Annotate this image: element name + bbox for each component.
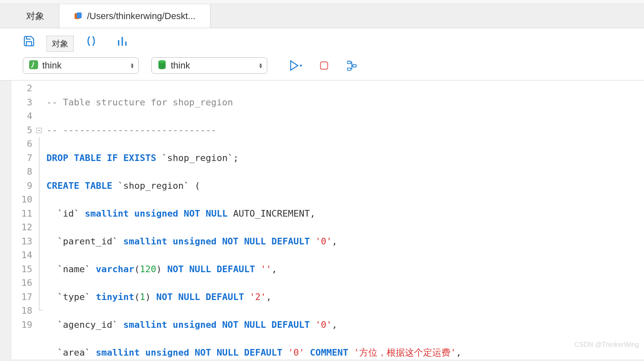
database-combo[interactable]: think ▴▾	[151, 57, 267, 74]
svg-rect-12	[348, 68, 351, 71]
tab-label: /Users/thinkerwing/Deskt...	[87, 11, 196, 22]
chevron-updown-icon: ▴▾	[131, 63, 133, 68]
explain-icon[interactable]	[346, 59, 358, 72]
menu-bar	[0, 0, 644, 4]
file-icon	[74, 12, 83, 21]
database-text: think	[171, 60, 256, 71]
watermark: CSDN @ThinkerWing	[574, 341, 639, 349]
selector-bar: think ▴▾ think ▴▾ ▾	[0, 54, 644, 80]
tab-label: 对象	[26, 10, 44, 22]
run-icon[interactable]: ▾	[288, 59, 302, 72]
svg-point-7	[158, 60, 165, 63]
save-icon[interactable]	[23, 35, 35, 47]
parens-icon[interactable]	[85, 35, 97, 47]
svg-rect-1	[77, 12, 82, 18]
chevron-updown-icon: ▴▾	[259, 63, 262, 68]
line-gutter: 2345678910111213141516171819	[12, 80, 36, 359]
tab-bar: 对象 /Users/thinkerwing/Deskt...	[0, 4, 644, 28]
connection-text: think	[42, 60, 128, 71]
fold-toggle-icon[interactable]: −	[36, 128, 42, 133]
tooltip: 对象	[46, 36, 74, 52]
code-content[interactable]: -- Table structure for shop_region -- --…	[45, 80, 644, 359]
stop-icon[interactable]	[319, 59, 329, 72]
svg-rect-11	[353, 65, 356, 67]
database-icon	[157, 59, 167, 72]
connection-combo[interactable]: think ▴▾	[23, 57, 139, 74]
svg-rect-9	[320, 62, 327, 69]
tab-file[interactable]: /Users/thinkerwing/Deskt...	[59, 4, 211, 28]
svg-marker-8	[291, 61, 298, 71]
svg-rect-10	[348, 61, 351, 64]
fold-column: −	[36, 80, 45, 359]
code-editor[interactable]: 2345678910111213141516171819 − -- Table …	[12, 80, 644, 359]
tab-objects[interactable]: 对象	[12, 4, 59, 28]
toolbar: 对象	[0, 28, 644, 54]
chart-icon[interactable]	[116, 35, 128, 47]
connection-icon	[28, 59, 39, 72]
